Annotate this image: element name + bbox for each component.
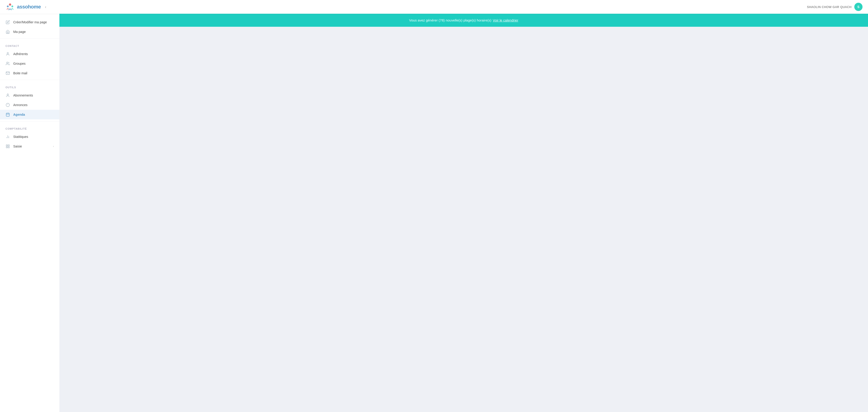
- svg-point-0: [9, 3, 11, 6]
- sidebar-item-label-adherents: Adhérents: [13, 52, 28, 56]
- sidebar-item-label-groupes: Groupes: [13, 62, 26, 65]
- svg-rect-9: [6, 113, 9, 116]
- svg-point-5: [7, 94, 8, 95]
- sidebar-item-groupes[interactable]: Groupes: [0, 59, 59, 68]
- sidebar-item-label-annonces: Annonces: [13, 103, 27, 107]
- svg-rect-19: [6, 147, 7, 148]
- main-layout: Créer/Modifier ma page Ma page CONTACT A…: [0, 14, 868, 412]
- sidebar-item-statitiques[interactable]: Statitiques: [0, 132, 59, 142]
- notification-banner: Vous avez générer (78) nouvelle(s) plage…: [59, 14, 868, 27]
- divider-3: [0, 121, 59, 121]
- calendar-icon: [5, 112, 10, 117]
- svg-rect-17: [8, 145, 9, 146]
- sidebar-section-outils: OUTILS Abonnements Annonces Agenda: [0, 82, 59, 119]
- sidebar-item-label-agenda: Agenda: [13, 113, 25, 116]
- sidebar-item-label-creer-modifier: Créer/Modifier ma page: [13, 20, 47, 24]
- edit-icon: [5, 20, 10, 25]
- user-name: SHAOLIN CHOW GAR QUACH: [807, 5, 851, 9]
- sidebar-section-pages: Créer/Modifier ma page Ma page: [0, 18, 59, 37]
- sidebar-item-annonces[interactable]: Annonces: [0, 100, 59, 110]
- sidebar-item-label-abonnements: Abonnements: [13, 93, 33, 97]
- sidebar-item-label-ma-page: Ma page: [13, 30, 26, 34]
- banner-link[interactable]: Voir le calendrier: [493, 18, 518, 22]
- sidebar-item-saisie[interactable]: Saisie ›: [0, 142, 59, 151]
- logo-text: assohome: [17, 4, 41, 10]
- user-avatar[interactable]: S: [854, 3, 863, 11]
- banner-message: Vous avez générer (78) nouvelle(s) plage…: [409, 18, 491, 22]
- sidebar-item-boite-mail[interactable]: Boite mail: [0, 68, 59, 78]
- sidebar-item-agenda[interactable]: Agenda: [0, 110, 59, 119]
- group-icon: [5, 61, 10, 66]
- grid-icon: [5, 144, 10, 149]
- svg-point-1: [7, 5, 9, 7]
- sidebar-item-label-saisie: Saisie: [13, 145, 22, 148]
- person-icon: [5, 52, 10, 56]
- sidebar-section-comptabilite: COMPTABILITÉ Statitiques Saisie ›: [0, 123, 59, 151]
- main-content: Vous avez générer (78) nouvelle(s) plage…: [59, 14, 868, 412]
- person-badge-icon: [5, 93, 10, 98]
- sidebar-item-creer-modifier[interactable]: Créer/Modifier ma page: [0, 18, 59, 27]
- info-icon: [5, 102, 10, 107]
- svg-rect-16: [6, 145, 7, 146]
- sidebar-item-label-statitiques: Statitiques: [13, 135, 28, 139]
- divider-1: [0, 38, 59, 39]
- chevron-right-icon: ›: [53, 145, 54, 148]
- bar-chart-icon: [5, 135, 10, 139]
- section-label-outils: OUTILS: [0, 82, 59, 91]
- sidebar-section-contact: CONTACT Adhérents Groupes Boite mail: [0, 40, 59, 78]
- section-label-comptabilite: COMPTABILITÉ: [0, 123, 59, 132]
- sidebar-collapse-button[interactable]: ‹: [43, 4, 48, 10]
- home-icon: [5, 29, 10, 34]
- mail-icon: [5, 71, 10, 76]
- app-header: assohome ‹ SHAOLIN CHOW GAR QUACH S: [0, 0, 868, 14]
- svg-rect-18: [8, 147, 9, 148]
- header-left: assohome ‹: [5, 2, 48, 11]
- sidebar-item-abonnements[interactable]: Abonnements: [0, 91, 59, 100]
- sidebar-item-ma-page[interactable]: Ma page: [0, 27, 59, 37]
- section-label-contact: CONTACT: [0, 40, 59, 49]
- sidebar-item-adherents[interactable]: Adhérents: [0, 49, 59, 59]
- logo-icon: [5, 2, 14, 11]
- svg-point-3: [7, 52, 8, 54]
- header-right: SHAOLIN CHOW GAR QUACH S: [807, 3, 863, 11]
- sidebar: Créer/Modifier ma page Ma page CONTACT A…: [0, 14, 59, 412]
- sidebar-item-label-boite-mail: Boite mail: [13, 71, 27, 75]
- svg-point-2: [11, 5, 13, 7]
- svg-point-4: [7, 62, 8, 63]
